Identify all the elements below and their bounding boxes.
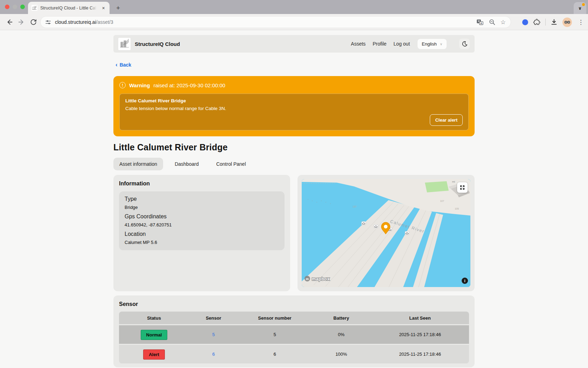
map-road-label-107: 107 [440,200,444,202]
translate-icon[interactable]: A [476,19,484,26]
reload-button[interactable] [27,16,39,28]
window-zoom-button[interactable] [20,5,25,9]
field-label-gps: Gps Coordinates [125,213,279,220]
col-sensor-number: Sensor number [258,315,291,321]
downloads-icon[interactable] [550,18,558,26]
dark-mode-toggle[interactable] [459,39,470,49]
app-nav: Assets Profile Log out English ∨ [351,39,470,49]
sensor-table: Status Sensor Sensor number Battery Last… [119,312,469,363]
map-park [425,181,449,192]
battery-value: 0% [338,332,345,337]
map-scale-label: mi [452,180,455,183]
tab-asset-information[interactable]: Asset information [113,158,163,170]
table-row: Alert 6 6 100% 2025-11-25 17:18:46 [119,345,469,363]
sensor-link[interactable]: 5 [212,332,215,337]
field-value-gps: 41.650942, -87.620751 [125,222,279,227]
last-seen-value: 2025-11-25 17:18:46 [399,352,441,357]
url-text: cloud.structureiq.ai/asset/3 [55,19,476,25]
tab-title-fade [90,4,99,13]
back-button[interactable] [4,16,15,28]
warning-circle-icon: ! [119,82,126,88]
url-host: cloud.structureiq.ai [55,19,96,25]
col-battery: Battery [334,315,349,321]
toolbar-divider [545,19,546,26]
status-badge: Normal [141,330,168,340]
sensor-number-value: 6 [273,352,276,357]
window-close-button[interactable] [5,5,9,9]
sensor-card: Sensor Status Sensor Sensor number Batte… [113,295,475,367]
browser-toolbar: cloud.structureiq.ai/asset/3 A ☆ [0,14,588,30]
field-value-location: Calumet MP 5.6 [125,240,279,245]
tab-dashboard[interactable]: Dashboard [169,158,205,170]
expand-icon [459,184,465,191]
site-favicon-icon [31,5,37,11]
nav-assets-link[interactable]: Assets [351,41,366,47]
browser-tab-strip: StructureIQ Cloud - Little Cal × + ∨ [0,0,588,14]
alert-message: Cable tension below normal range for Cab… [125,106,463,111]
page-background: StructureIQ Cloud Assets Profile Log out… [0,30,588,368]
col-status: Status [147,315,161,321]
profile-avatar[interactable] [562,18,572,27]
status-badge: Alert [143,349,165,360]
forward-button[interactable] [15,16,27,28]
svg-text:A: A [480,22,482,25]
alert-asset-name: Little Calumet River Bridge [125,98,463,103]
notification-dot [582,3,585,6]
col-sensor: Sensor [206,315,221,321]
chevron-down-icon: ∨ [578,6,582,11]
extension-dot-icon[interactable] [522,19,528,25]
reload-icon [30,19,37,26]
map-canvas[interactable]: 137 107 105 Calumet River [302,179,470,287]
information-title: Information [119,180,285,187]
mapbox-logo: m mapbox [304,276,330,281]
field-value-type: Bridge [125,205,279,210]
information-panel: Type Bridge Gps Coordinates 41.650942, -… [119,191,285,250]
svg-text:m: m [306,277,309,281]
sensor-link[interactable]: 6 [212,352,215,357]
zoom-out-icon[interactable] [489,19,496,26]
warning-title: Warning [129,82,150,88]
map-road-label-137: 137 [352,205,357,208]
browser-menu-icon[interactable]: ⋮ [576,19,585,26]
brand-logo [118,38,131,50]
map-info-button: i [462,278,468,284]
forward-arrow-icon [18,18,25,26]
back-link[interactable]: ‹ Back [115,62,140,68]
sensor-number-value: 5 [273,332,276,337]
sensor-table-header: Status Sensor Sensor number Battery Last… [119,312,469,324]
back-arrow-icon [6,18,13,26]
alert-card: Little Calumet River Bridge Cable tensio… [119,94,469,130]
bookmark-star-icon[interactable]: ☆ [500,19,506,25]
tab-search-button[interactable]: ∨ [574,2,586,14]
warning-raised-at: raised at: 2025-09-30 02:00:00 [153,82,225,88]
address-bar[interactable]: cloud.structureiq.ai/asset/3 A ☆ [40,16,511,28]
language-select[interactable]: English ∨ [418,39,447,49]
browser-tab[interactable]: StructureIQ Cloud - Little Cal × [28,2,110,14]
new-tab-button[interactable]: + [113,3,123,13]
sensor-title: Sensor [119,301,469,307]
glasses-icon [563,18,571,26]
clear-alert-button[interactable]: Clear alert [430,114,463,126]
warning-banner: ! Warning raised at: 2025-09-30 02:00:00… [113,76,475,136]
tab-control-panel[interactable]: Control Panel [210,158,252,170]
nav-profile-link[interactable]: Profile [373,41,387,47]
page-title: Little Calumet River Bridge [113,142,475,152]
asset-tabs: Asset information Dashboard Control Pane… [113,158,475,170]
app-header: StructureIQ Cloud Assets Profile Log out… [113,35,475,53]
tab-close-icon[interactable]: × [100,5,107,11]
window-minimize-button[interactable] [13,5,17,9]
extensions-puzzle-icon[interactable] [533,18,541,26]
nav-logout-link[interactable]: Log out [393,41,410,47]
map-road-label-105: 105 [455,207,459,210]
back-link-label: Back [120,62,131,68]
field-label-type: Type [125,196,279,202]
table-row: Normal 5 5 0% 2025-11-25 17:18:46 [119,325,469,344]
window-controls [5,5,25,9]
last-seen-value: 2025-11-25 17:18:46 [399,332,441,337]
back-chevron-icon: ‹ [115,62,118,68]
chevron-down-icon: ∨ [440,42,442,46]
map-card: 137 107 105 Calumet River [298,175,475,291]
site-controls-icon [45,19,51,26]
information-card: Information Type Bridge Gps Coordinates … [113,175,290,291]
map-fullscreen-button[interactable] [457,182,468,193]
